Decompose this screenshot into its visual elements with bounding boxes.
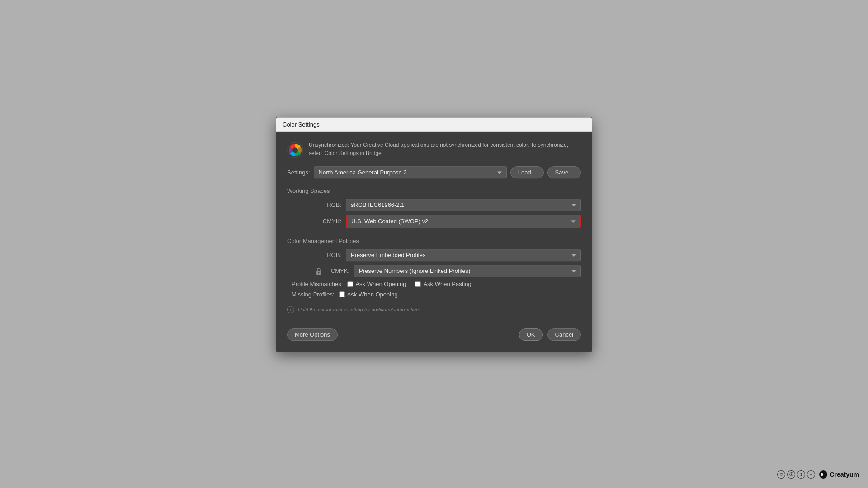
settings-dropdown[interactable]: North America General Purpose 2 bbox=[314, 166, 507, 178]
cm-cmyk-field-row: CMYK: Preserve Numbers (Ignore Linked Pr… bbox=[287, 265, 581, 277]
svg-point-1 bbox=[292, 147, 298, 153]
ok-button[interactable]: OK bbox=[519, 328, 543, 341]
info-w-icon: ⓘ bbox=[787, 470, 795, 479]
load-button[interactable]: Load... bbox=[510, 166, 544, 178]
color-settings-dialog: Color Settings Unsynchronized: Your bbox=[276, 117, 592, 352]
save-button[interactable]: Save... bbox=[547, 166, 581, 178]
settings-label: Settings: bbox=[287, 169, 310, 176]
cm-rgb-select[interactable]: Preserve Embedded Profiles bbox=[346, 249, 581, 261]
rgb-field-row: RGB: sRGB IEC61966-2.1 bbox=[287, 199, 581, 211]
info-hint: i Hold the cursor over a setting for add… bbox=[287, 306, 581, 313]
cmyk-label: CMYK: bbox=[314, 218, 341, 225]
more-options-button[interactable]: More Options bbox=[287, 328, 338, 341]
ask-when-pasting-label[interactable]: Ask When Pasting bbox=[423, 281, 471, 287]
footer-right: OK Cancel bbox=[519, 328, 581, 341]
rgb-select[interactable]: sRGB IEC61966-2.1 bbox=[346, 199, 581, 211]
sync-warning: Unsynchronized: Your Creative Cloud appl… bbox=[287, 141, 581, 158]
profile-mismatches-row: Profile Mismatches: Ask When Opening Ask… bbox=[287, 281, 581, 287]
missing-ask-when-opening-label[interactable]: Ask When Opening bbox=[347, 291, 398, 298]
color-management-section: Color Management Policies RGB: Preserve … bbox=[287, 238, 581, 298]
cmyk-select[interactable]: U.S. Web Coated (SWOP) v2 bbox=[346, 215, 581, 228]
dialog-body: Unsynchronized: Your Creative Cloud appl… bbox=[276, 132, 592, 352]
cm-cmyk-label: CMYK: bbox=[325, 267, 349, 274]
adobe-cc-icon bbox=[287, 142, 303, 158]
missing-ask-when-opening-checkbox[interactable] bbox=[339, 291, 345, 297]
rgb-label: RGB: bbox=[314, 202, 341, 208]
cc-icon: © bbox=[777, 470, 785, 479]
watermark: © ⓘ $ − Creatyum bbox=[777, 470, 859, 479]
color-management-header: Color Management Policies bbox=[287, 238, 581, 244]
watermark-icons: © ⓘ $ − bbox=[777, 470, 815, 479]
dialog-wrapper: Color Settings Unsynchronized: Your bbox=[276, 117, 592, 352]
sync-warning-text: Unsynchronized: Your Creative Cloud appl… bbox=[309, 141, 581, 157]
svg-point-5 bbox=[821, 473, 823, 476]
dialog-title: Color Settings bbox=[283, 121, 320, 128]
missing-profiles-row: Missing Profiles: Ask When Opening bbox=[287, 291, 581, 298]
minus-icon: − bbox=[807, 470, 815, 479]
missing-ask-when-opening-item: Ask When Opening bbox=[339, 291, 398, 298]
ask-when-opening-checkbox[interactable] bbox=[347, 281, 353, 287]
ask-when-pasting-item: Ask When Pasting bbox=[415, 281, 471, 287]
working-spaces-section: Working Spaces RGB: sRGB IEC61966-2.1 CM… bbox=[287, 188, 581, 228]
lock-icon bbox=[314, 267, 323, 276]
ask-when-opening-label[interactable]: Ask When Opening bbox=[355, 281, 406, 287]
svg-point-3 bbox=[318, 272, 320, 273]
cm-cmyk-select[interactable]: Preserve Numbers (Ignore Linked Profiles… bbox=[354, 265, 581, 277]
cm-rgb-label: RGB: bbox=[314, 252, 341, 258]
watermark-brand: Creatyum bbox=[830, 471, 859, 478]
info-icon: i bbox=[287, 306, 294, 313]
ask-when-pasting-checkbox[interactable] bbox=[415, 281, 421, 287]
cancel-button[interactable]: Cancel bbox=[547, 328, 581, 341]
dialog-footer: More Options OK Cancel bbox=[287, 322, 581, 341]
creatyum-logo-icon bbox=[819, 470, 828, 479]
missing-profiles-label: Missing Profiles: bbox=[292, 291, 335, 298]
ask-when-opening-item: Ask When Opening bbox=[347, 281, 406, 287]
dialog-titlebar: Color Settings bbox=[276, 117, 592, 132]
working-spaces-header: Working Spaces bbox=[287, 188, 581, 194]
settings-row: Settings: North America General Purpose … bbox=[287, 166, 581, 178]
profile-mismatches-label: Profile Mismatches: bbox=[292, 281, 343, 287]
dollar-icon: $ bbox=[797, 470, 805, 479]
cmyk-field-row: CMYK: U.S. Web Coated (SWOP) v2 bbox=[287, 215, 581, 228]
cm-rgb-field-row: RGB: Preserve Embedded Profiles bbox=[287, 249, 581, 261]
info-hint-text: Hold the cursor over a setting for addit… bbox=[298, 307, 420, 312]
